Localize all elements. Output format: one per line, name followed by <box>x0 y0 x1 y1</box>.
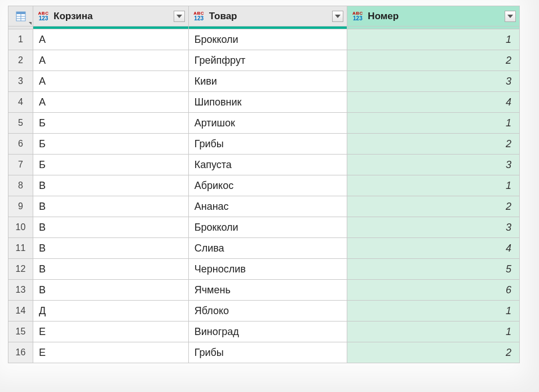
cell-nomer[interactable]: 1 <box>347 321 520 342</box>
table-row[interactable]: 2АГрейпфрут2 <box>8 50 520 71</box>
row-number[interactable]: 8 <box>8 175 33 196</box>
cell-tovar[interactable]: Брокколи <box>188 217 347 238</box>
row-number[interactable]: 2 <box>8 50 33 71</box>
row-number[interactable]: 14 <box>8 301 33 321</box>
table-icon <box>16 11 26 21</box>
cell-korzina[interactable]: Д <box>33 301 189 321</box>
table-row[interactable]: 10ВБрокколи3 <box>8 217 520 238</box>
cell-tovar[interactable]: Грейпфрут <box>188 50 347 71</box>
cell-korzina[interactable]: В <box>33 175 189 196</box>
cell-korzina[interactable]: Б <box>33 134 189 155</box>
cell-nomer[interactable]: 1 <box>347 29 520 50</box>
row-number[interactable]: 10 <box>8 217 33 238</box>
cell-tovar[interactable]: Ячмень <box>188 280 347 301</box>
cell-korzina[interactable]: А <box>33 71 189 92</box>
row-number[interactable]: 16 <box>8 342 33 363</box>
cell-nomer[interactable]: 6 <box>347 280 520 301</box>
cell-korzina[interactable]: А <box>33 29 189 50</box>
column-label: Номер <box>368 11 501 22</box>
filter-button[interactable] <box>174 11 185 22</box>
svg-rect-1 <box>16 12 25 14</box>
query-grid: ABC123 Корзина ABC123 Товар <box>0 0 539 371</box>
cell-nomer[interactable]: 2 <box>347 134 520 155</box>
cell-nomer[interactable]: 2 <box>347 196 520 217</box>
row-number[interactable]: 11 <box>8 238 33 259</box>
column-header-tovar[interactable]: ABC123 Товар <box>188 6 347 27</box>
column-header-korzina[interactable]: ABC123 Корзина <box>33 6 189 27</box>
row-number[interactable]: 12 <box>8 259 33 280</box>
cell-korzina[interactable]: А <box>33 50 189 71</box>
table-row[interactable]: 5БАртишок1 <box>8 113 520 134</box>
table-row[interactable]: 16ЕГрибы2 <box>8 342 520 363</box>
cell-korzina[interactable]: В <box>33 196 189 217</box>
table-row[interactable]: 8ВАбрикос1 <box>8 175 520 196</box>
table-row[interactable]: 13ВЯчмень6 <box>8 280 520 301</box>
cell-nomer[interactable]: 1 <box>347 113 520 134</box>
cell-tovar[interactable]: Грибы <box>188 342 347 363</box>
datatype-any-icon: ABC123 <box>37 10 50 23</box>
cell-korzina[interactable]: В <box>33 259 189 280</box>
cell-nomer[interactable]: 2 <box>347 50 520 71</box>
cell-nomer[interactable]: 1 <box>347 301 520 321</box>
cell-korzina[interactable]: Е <box>33 321 189 342</box>
row-number[interactable]: 6 <box>8 134 33 155</box>
table-row[interactable]: 6БГрибы2 <box>8 134 520 155</box>
cell-tovar[interactable]: Ананас <box>188 196 347 217</box>
table-row[interactable]: 1АБрокколи1 <box>8 29 520 50</box>
row-number[interactable]: 15 <box>8 321 33 342</box>
cell-nomer[interactable]: 3 <box>347 155 520 175</box>
cell-nomer[interactable]: 2 <box>347 342 520 363</box>
cell-tovar[interactable]: Грибы <box>188 134 347 155</box>
filter-button[interactable] <box>332 11 343 22</box>
table-row[interactable]: 4АШиповник4 <box>8 92 520 113</box>
cell-nomer[interactable]: 4 <box>347 92 520 113</box>
table-row[interactable]: 3АКиви3 <box>8 71 520 92</box>
row-number[interactable]: 5 <box>8 113 33 134</box>
cell-korzina[interactable]: В <box>33 238 189 259</box>
cell-korzina[interactable]: Е <box>33 342 189 363</box>
column-label: Корзина <box>54 11 170 22</box>
filter-button[interactable] <box>505 11 516 22</box>
cell-nomer[interactable]: 3 <box>347 71 520 92</box>
column-label: Товар <box>209 11 329 22</box>
cell-tovar[interactable]: Слива <box>188 238 347 259</box>
chevron-down-icon <box>29 22 32 25</box>
cell-nomer[interactable]: 1 <box>347 175 520 196</box>
table-row[interactable]: 7БКапуста3 <box>8 155 520 175</box>
cell-korzina[interactable]: В <box>33 280 189 301</box>
cell-korzina[interactable]: А <box>33 92 189 113</box>
cell-tovar[interactable]: Чернослив <box>188 259 347 280</box>
cell-tovar[interactable]: Брокколи <box>188 29 347 50</box>
row-number[interactable]: 7 <box>8 155 33 175</box>
cell-tovar[interactable]: Яблоко <box>188 301 347 321</box>
cell-tovar[interactable]: Виноград <box>188 321 347 342</box>
cell-tovar[interactable]: Артишок <box>188 113 347 134</box>
table-row[interactable]: 15ЕВиноград1 <box>8 321 520 342</box>
cell-korzina[interactable]: В <box>33 217 189 238</box>
cell-tovar[interactable]: Абрикос <box>188 175 347 196</box>
table-row[interactable]: 9ВАнанас2 <box>8 196 520 217</box>
row-number[interactable]: 13 <box>8 280 33 301</box>
row-number[interactable]: 3 <box>8 71 33 92</box>
cell-nomer[interactable]: 4 <box>347 238 520 259</box>
row-number[interactable]: 1 <box>8 29 33 50</box>
table-row[interactable]: 12ВЧернослив5 <box>8 259 520 280</box>
cell-korzina[interactable]: Б <box>33 155 189 175</box>
cell-tovar[interactable]: Киви <box>188 71 347 92</box>
table-row[interactable]: 14ДЯблоко1 <box>8 301 520 321</box>
data-table: ABC123 Корзина ABC123 Товар <box>8 6 520 363</box>
cell-nomer[interactable]: 5 <box>347 259 520 280</box>
select-all-corner[interactable] <box>8 6 33 27</box>
cell-tovar[interactable]: Шиповник <box>188 92 347 113</box>
table-row[interactable]: 11ВСлива4 <box>8 238 520 259</box>
cell-nomer[interactable]: 3 <box>347 217 520 238</box>
row-number[interactable]: 9 <box>8 196 33 217</box>
datatype-any-icon: ABC123 <box>351 10 364 23</box>
column-header-nomer[interactable]: ABC123 Номер <box>347 6 520 27</box>
cell-tovar[interactable]: Капуста <box>188 155 347 175</box>
datatype-any-icon: ABC123 <box>192 10 206 23</box>
row-number[interactable]: 4 <box>8 92 33 113</box>
cell-korzina[interactable]: Б <box>33 113 189 134</box>
